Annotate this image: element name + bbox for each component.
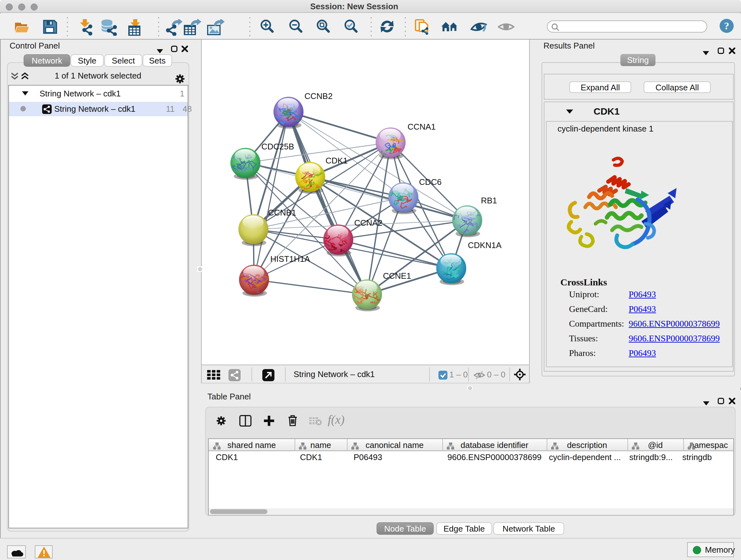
svg-text:HIST1H1A: HIST1H1A	[270, 254, 310, 264]
svg-text:CDC6: CDC6	[419, 177, 442, 187]
svg-text:CCNB1: CCNB1	[268, 208, 296, 217]
svg-text:?: ?	[724, 20, 729, 32]
svg-text:CDC25B: CDC25B	[261, 142, 294, 151]
svg-text:RB1: RB1	[481, 196, 497, 205]
svg-text:CCNE1: CCNE1	[383, 271, 411, 281]
svg-text:CDK1: CDK1	[326, 156, 347, 165]
svg-text:CDKN1A: CDKN1A	[468, 240, 502, 250]
svg-text:CCNB2: CCNB2	[305, 91, 333, 101]
svg-text:CCNA1: CCNA1	[408, 122, 435, 132]
svg-text:CCNA2: CCNA2	[354, 218, 382, 228]
